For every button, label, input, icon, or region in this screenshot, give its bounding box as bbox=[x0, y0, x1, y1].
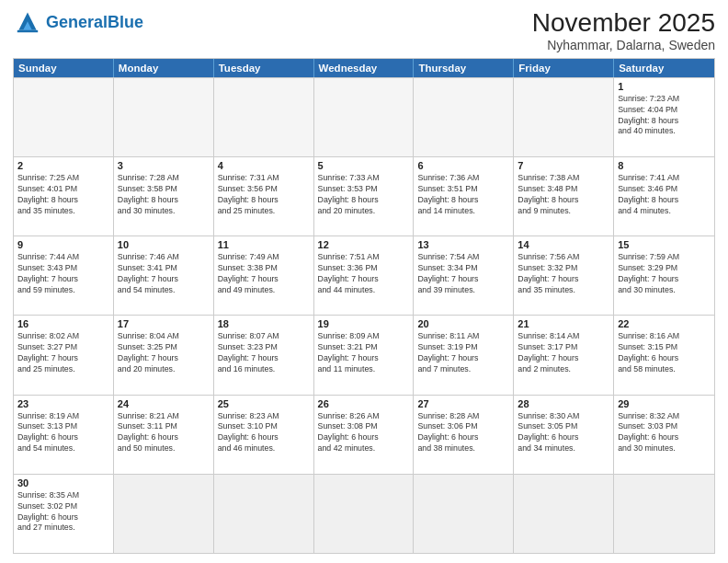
weekday-header-sunday: Sunday bbox=[14, 59, 114, 77]
day-cell-empty-5-3 bbox=[314, 475, 415, 553]
day-cell-28: 28Sunrise: 8:30 AM Sunset: 3:05 PM Dayli… bbox=[514, 396, 614, 474]
day-cell-empty-5-4 bbox=[414, 475, 514, 553]
day-cell-18: 18Sunrise: 8:07 AM Sunset: 3:23 PM Dayli… bbox=[214, 316, 314, 394]
day-number: 15 bbox=[618, 239, 711, 250]
calendar-row-0: 1Sunrise: 7:23 AM Sunset: 4:04 PM Daylig… bbox=[14, 77, 714, 156]
day-info: Sunrise: 7:38 AM Sunset: 3:48 PM Dayligh… bbox=[518, 173, 609, 217]
day-cell-12: 12Sunrise: 7:51 AM Sunset: 3:36 PM Dayli… bbox=[314, 236, 415, 315]
day-cell-empty-0-1 bbox=[114, 78, 214, 156]
day-number: 24 bbox=[118, 398, 210, 409]
day-cell-24: 24Sunrise: 8:21 AM Sunset: 3:11 PM Dayli… bbox=[114, 396, 214, 474]
weekday-header-friday: Friday bbox=[514, 59, 614, 77]
day-cell-25: 25Sunrise: 8:23 AM Sunset: 3:10 PM Dayli… bbox=[214, 396, 314, 474]
day-number: 25 bbox=[218, 398, 310, 409]
day-cell-empty-5-5 bbox=[514, 475, 614, 553]
day-cell-16: 16Sunrise: 8:02 AM Sunset: 3:27 PM Dayli… bbox=[14, 316, 114, 394]
day-cell-2: 2Sunrise: 7:25 AM Sunset: 4:01 PM Daylig… bbox=[14, 157, 114, 236]
day-cell-6: 6Sunrise: 7:36 AM Sunset: 3:51 PM Daylig… bbox=[414, 157, 514, 236]
day-info: Sunrise: 8:19 AM Sunset: 3:13 PM Dayligh… bbox=[17, 411, 109, 455]
day-number: 8 bbox=[618, 160, 711, 171]
day-number: 12 bbox=[318, 239, 410, 250]
day-info: Sunrise: 8:16 AM Sunset: 3:15 PM Dayligh… bbox=[618, 331, 711, 375]
day-cell-empty-0-5 bbox=[514, 78, 614, 156]
day-cell-11: 11Sunrise: 7:49 AM Sunset: 3:38 PM Dayli… bbox=[214, 236, 314, 315]
day-number: 30 bbox=[17, 477, 109, 488]
day-cell-15: 15Sunrise: 7:59 AM Sunset: 3:29 PM Dayli… bbox=[614, 236, 714, 315]
day-number: 11 bbox=[218, 239, 310, 250]
day-cell-26: 26Sunrise: 8:26 AM Sunset: 3:08 PM Dayli… bbox=[314, 396, 415, 474]
day-number: 4 bbox=[218, 160, 310, 171]
day-info: Sunrise: 8:21 AM Sunset: 3:11 PM Dayligh… bbox=[118, 411, 210, 455]
day-cell-empty-5-2 bbox=[214, 475, 314, 553]
day-number: 7 bbox=[518, 160, 609, 171]
calendar-row-3: 16Sunrise: 8:02 AM Sunset: 3:27 PM Dayli… bbox=[14, 315, 714, 394]
day-cell-29: 29Sunrise: 8:32 AM Sunset: 3:03 PM Dayli… bbox=[614, 396, 714, 474]
day-number: 13 bbox=[417, 239, 509, 250]
day-cell-1: 1Sunrise: 7:23 AM Sunset: 4:04 PM Daylig… bbox=[614, 78, 714, 156]
calendar-row-5: 30Sunrise: 8:35 AM Sunset: 3:02 PM Dayli… bbox=[14, 474, 714, 553]
day-number: 21 bbox=[518, 318, 609, 329]
day-cell-21: 21Sunrise: 8:14 AM Sunset: 3:17 PM Dayli… bbox=[514, 316, 614, 394]
day-info: Sunrise: 7:28 AM Sunset: 3:58 PM Dayligh… bbox=[118, 173, 210, 217]
day-cell-empty-5-6 bbox=[614, 475, 714, 553]
day-info: Sunrise: 7:23 AM Sunset: 4:04 PM Dayligh… bbox=[618, 94, 711, 138]
logo-text: GeneralBlue bbox=[46, 13, 143, 32]
day-cell-13: 13Sunrise: 7:54 AM Sunset: 3:34 PM Dayli… bbox=[414, 236, 514, 315]
day-info: Sunrise: 7:46 AM Sunset: 3:41 PM Dayligh… bbox=[118, 252, 210, 296]
day-number: 27 bbox=[417, 398, 509, 409]
weekday-header-tuesday: Tuesday bbox=[214, 59, 314, 77]
day-number: 19 bbox=[318, 318, 410, 329]
day-cell-7: 7Sunrise: 7:38 AM Sunset: 3:48 PM Daylig… bbox=[514, 157, 614, 236]
day-info: Sunrise: 7:33 AM Sunset: 3:53 PM Dayligh… bbox=[318, 173, 410, 217]
day-cell-17: 17Sunrise: 8:04 AM Sunset: 3:25 PM Dayli… bbox=[114, 316, 214, 394]
day-info: Sunrise: 8:11 AM Sunset: 3:19 PM Dayligh… bbox=[417, 331, 509, 375]
day-info: Sunrise: 8:14 AM Sunset: 3:17 PM Dayligh… bbox=[518, 331, 609, 375]
day-cell-14: 14Sunrise: 7:56 AM Sunset: 3:32 PM Dayli… bbox=[514, 236, 614, 315]
weekday-header-thursday: Thursday bbox=[414, 59, 514, 77]
day-number: 2 bbox=[17, 160, 109, 171]
location: Nyhammar, Dalarna, Sweden bbox=[532, 38, 715, 52]
day-info: Sunrise: 7:54 AM Sunset: 3:34 PM Dayligh… bbox=[417, 252, 509, 296]
logo-general: General bbox=[46, 13, 108, 31]
day-info: Sunrise: 8:30 AM Sunset: 3:05 PM Dayligh… bbox=[518, 411, 609, 455]
day-info: Sunrise: 8:04 AM Sunset: 3:25 PM Dayligh… bbox=[118, 331, 210, 375]
day-info: Sunrise: 7:49 AM Sunset: 3:38 PM Dayligh… bbox=[218, 252, 310, 296]
day-cell-30: 30Sunrise: 8:35 AM Sunset: 3:02 PM Dayli… bbox=[14, 475, 114, 553]
day-info: Sunrise: 8:07 AM Sunset: 3:23 PM Dayligh… bbox=[218, 331, 310, 375]
calendar-row-1: 2Sunrise: 7:25 AM Sunset: 4:01 PM Daylig… bbox=[14, 156, 714, 236]
header: GeneralBlue November 2025 Nyhammar, Dala… bbox=[13, 9, 715, 52]
day-number: 18 bbox=[218, 318, 310, 329]
day-info: Sunrise: 8:35 AM Sunset: 3:02 PM Dayligh… bbox=[17, 490, 109, 534]
month-year: November 2025 bbox=[532, 9, 715, 38]
day-cell-9: 9Sunrise: 7:44 AM Sunset: 3:43 PM Daylig… bbox=[14, 236, 114, 315]
day-info: Sunrise: 8:32 AM Sunset: 3:03 PM Dayligh… bbox=[618, 411, 711, 455]
logo-blue: Blue bbox=[108, 13, 143, 31]
day-cell-4: 4Sunrise: 7:31 AM Sunset: 3:56 PM Daylig… bbox=[214, 157, 314, 236]
day-number: 20 bbox=[417, 318, 509, 329]
day-cell-empty-5-1 bbox=[114, 475, 214, 553]
weekday-header-saturday: Saturday bbox=[614, 59, 714, 77]
day-info: Sunrise: 7:56 AM Sunset: 3:32 PM Dayligh… bbox=[518, 252, 609, 296]
day-info: Sunrise: 7:31 AM Sunset: 3:56 PM Dayligh… bbox=[218, 173, 310, 217]
day-cell-22: 22Sunrise: 8:16 AM Sunset: 3:15 PM Dayli… bbox=[614, 316, 714, 394]
day-info: Sunrise: 8:02 AM Sunset: 3:27 PM Dayligh… bbox=[17, 331, 109, 375]
day-number: 17 bbox=[118, 318, 210, 329]
day-info: Sunrise: 7:59 AM Sunset: 3:29 PM Dayligh… bbox=[618, 252, 711, 296]
logo: GeneralBlue bbox=[13, 9, 143, 35]
calendar-row-2: 9Sunrise: 7:44 AM Sunset: 3:43 PM Daylig… bbox=[14, 236, 714, 315]
day-number: 28 bbox=[518, 398, 609, 409]
page: GeneralBlue November 2025 Nyhammar, Dala… bbox=[0, 0, 728, 563]
day-number: 3 bbox=[118, 160, 210, 171]
weekday-header-wednesday: Wednesday bbox=[314, 59, 415, 77]
day-info: Sunrise: 7:41 AM Sunset: 3:46 PM Dayligh… bbox=[618, 173, 711, 217]
day-info: Sunrise: 8:28 AM Sunset: 3:06 PM Dayligh… bbox=[417, 411, 509, 455]
calendar: SundayMondayTuesdayWednesdayThursdayFrid… bbox=[13, 58, 715, 554]
day-number: 6 bbox=[417, 160, 509, 171]
day-cell-empty-0-2 bbox=[214, 78, 314, 156]
day-info: Sunrise: 7:25 AM Sunset: 4:01 PM Dayligh… bbox=[17, 173, 109, 217]
day-cell-8: 8Sunrise: 7:41 AM Sunset: 3:46 PM Daylig… bbox=[614, 157, 714, 236]
svg-rect-2 bbox=[17, 30, 38, 32]
day-cell-5: 5Sunrise: 7:33 AM Sunset: 3:53 PM Daylig… bbox=[314, 157, 415, 236]
day-number: 22 bbox=[618, 318, 711, 329]
calendar-row-4: 23Sunrise: 8:19 AM Sunset: 3:13 PM Dayli… bbox=[14, 395, 714, 474]
